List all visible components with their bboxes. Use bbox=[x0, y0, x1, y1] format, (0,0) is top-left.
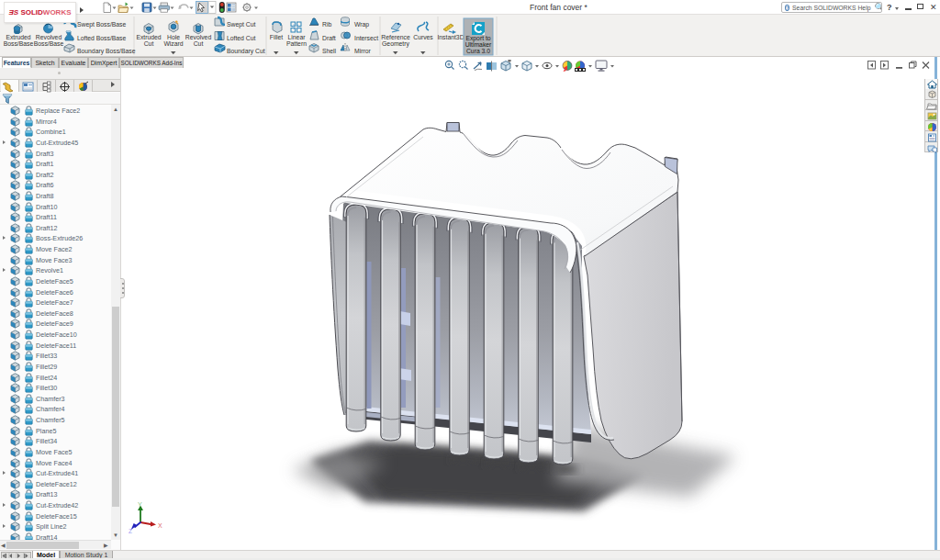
svg-text:Shell: Shell bbox=[322, 48, 337, 54]
svg-text:Geometry: Geometry bbox=[382, 40, 409, 48]
svg-text:Extruded: Extruded bbox=[6, 34, 30, 40]
svg-text:Cut: Cut bbox=[144, 40, 154, 47]
svg-text:Revolved: Revolved bbox=[185, 34, 212, 40]
svg-text:Lofted Boss/Base: Lofted Boss/Base bbox=[77, 35, 126, 41]
svg-text:Boundary Cut: Boundary Cut bbox=[227, 48, 265, 55]
svg-text:Ultimaker: Ultimaker bbox=[465, 41, 492, 48]
svg-text:Cut: Cut bbox=[194, 40, 204, 47]
svg-text:Rib: Rib bbox=[322, 21, 331, 28]
svg-text:Z: Z bbox=[129, 528, 132, 534]
svg-text:Swept Cut: Swept Cut bbox=[227, 21, 255, 28]
svg-text:Revolved: Revolved bbox=[36, 34, 62, 40]
svg-text:Boss/Base: Boss/Base bbox=[4, 40, 34, 47]
svg-text:Lofted Cut: Lofted Cut bbox=[227, 35, 255, 41]
svg-text:Wrap: Wrap bbox=[354, 21, 369, 28]
svg-text:Reference: Reference bbox=[381, 34, 410, 40]
svg-text:Extruded: Extruded bbox=[136, 34, 161, 40]
svg-text:Y: Y bbox=[138, 501, 142, 508]
svg-text:Fillet: Fillet bbox=[270, 34, 283, 40]
svg-text:Curves: Curves bbox=[413, 34, 433, 40]
svg-text:Draft: Draft bbox=[322, 35, 336, 41]
svg-text:Mirror: Mirror bbox=[354, 48, 371, 54]
svg-text:Wizard: Wizard bbox=[163, 40, 183, 47]
svg-text:Hole: Hole bbox=[167, 34, 180, 40]
svg-text:Pattern: Pattern bbox=[286, 40, 307, 47]
svg-text:X: X bbox=[158, 522, 162, 529]
svg-text:Boundary Boss/Base: Boundary Boss/Base bbox=[77, 48, 136, 55]
svg-text:Cura 3.0: Cura 3.0 bbox=[466, 48, 490, 54]
svg-text:Intersect: Intersect bbox=[354, 35, 378, 41]
svg-text:Linear: Linear bbox=[288, 34, 307, 40]
svg-text:Instant3D: Instant3D bbox=[437, 34, 464, 40]
svg-text:Swept Boss/Base: Swept Boss/Base bbox=[77, 21, 126, 28]
svg-text:Boss/Base: Boss/Base bbox=[34, 40, 64, 47]
